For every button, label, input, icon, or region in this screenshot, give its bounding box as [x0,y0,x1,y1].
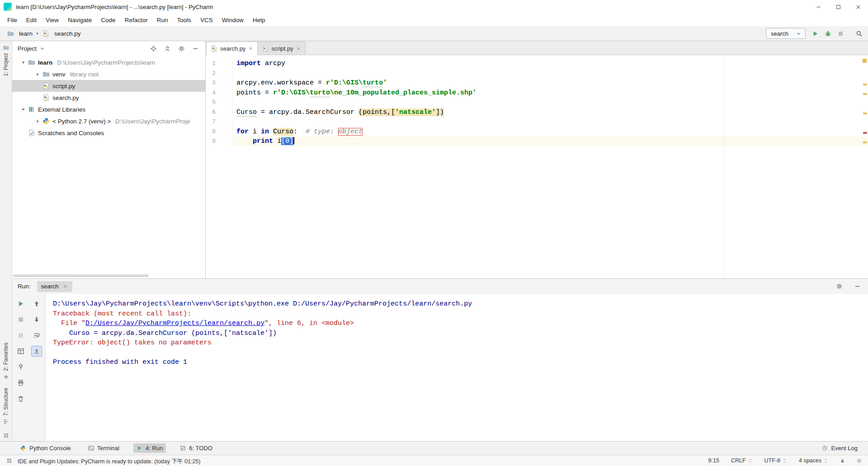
print-button[interactable] [15,377,26,388]
menu-file[interactable]: File [3,15,22,25]
tree-item-learn[interactable]: learnD:\Users\Jay\PycharmProjects\learn [12,56,205,68]
run-config-select[interactable]: search [766,28,806,39]
toolwindow-event-log[interactable]: Event Log [819,443,861,453]
menu-refactor[interactable]: Refactor [120,15,152,25]
toolwindow-terminal[interactable]: Terminal [85,443,123,453]
line-number[interactable]: 6 [206,108,216,118]
run-button[interactable] [812,30,819,37]
line-number[interactable]: 5 [206,98,216,108]
rerun-button[interactable] [15,298,26,309]
code-line[interactable] [232,98,868,108]
scroll-to-end-button[interactable] [31,346,42,357]
code-line[interactable]: for i in Curso: # type: object [232,127,868,137]
tab-search-py[interactable]: search.py [206,42,258,55]
code-line[interactable]: import arcpy [232,59,868,69]
collapse-all-button[interactable] [164,45,171,52]
line-number[interactable]: 3 [206,78,216,88]
line-number[interactable]: 7 [206,117,216,127]
tree-item-search-py[interactable]: search.py [12,92,205,104]
toolwindow-4-run[interactable]: 4: Run [133,443,166,453]
error-stripe-mark[interactable] [863,93,867,95]
locate-button[interactable] [150,45,157,52]
lock-icon[interactable] [840,458,845,463]
stop-button[interactable] [837,30,844,37]
close-tab-icon[interactable] [296,46,301,51]
error-stripe-mark[interactable] [863,141,867,143]
toolwindow-switcher-icon[interactable] [6,458,12,464]
code-line[interactable]: points = r'D:\GIS\turto\ne_10m_populated… [232,88,868,98]
breadcrumb-search-py[interactable]: search.py [41,29,83,38]
line-number[interactable]: 4 [206,88,216,98]
stacktrace-link[interactable]: D:/Users/Jay/PycharmProjects/learn/searc… [85,320,264,327]
pin-tab-button[interactable] [15,362,26,372]
code-line[interactable] [232,69,868,79]
caret-position[interactable]: 9:15 [708,457,719,464]
chevron-right-icon[interactable] [33,72,42,77]
hide-button[interactable] [192,45,199,52]
line-number[interactable]: 8 [206,127,216,137]
close-button[interactable] [848,0,868,14]
run-tab[interactable]: search [37,281,72,292]
horizontal-scrollbar[interactable] [13,274,149,277]
toolwindow-button-1-project[interactable]: 1: Project [3,45,9,76]
menu-tools[interactable]: Tools [172,15,196,25]
error-stripe-mark[interactable] [863,113,867,114]
debug-button[interactable] [825,30,831,37]
menu-run[interactable]: Run [152,15,173,25]
menu-help[interactable]: Help [248,15,270,25]
prev-trace-button[interactable] [31,298,42,309]
code-line[interactable]: arcpy.env.workspace = r'D:\GIS\turto' [232,78,868,88]
minimize-button[interactable] [808,0,828,14]
menu-navigate[interactable]: Navigate [63,15,96,25]
search-everywhere-icon[interactable] [856,30,863,37]
toolwindow-python-console[interactable]: Python Console [17,443,74,453]
tree-item-venv[interactable]: venvlibrary root [12,68,205,80]
indent-widget[interactable]: 4 spaces [799,457,828,464]
hide-button[interactable] [852,281,863,292]
tree-item-python-2-7-venv[interactable]: < Python 2.7 (venv) >D:\Users\Jay\Pychar… [12,115,205,127]
tree-item-scratches-and-consoles[interactable]: Scratches and Consoles [12,127,205,139]
close-tab-icon[interactable] [248,46,253,51]
line-number[interactable]: 1 [206,59,216,69]
restore-layout-button[interactable] [15,346,26,357]
encoding-widget[interactable]: UTF-8 [764,457,787,464]
project-panel-title[interactable]: Project [18,45,37,52]
soft-wrap-button[interactable] [31,330,42,341]
chevron-down-icon[interactable] [18,107,28,112]
toolwindow-6-todo[interactable]: 6: TODO [177,443,216,453]
tree-item-external-libraries[interactable]: External Libraries [12,104,205,115]
menu-window[interactable]: Window [217,15,248,25]
inspections-indicator[interactable] [863,59,867,63]
status-message[interactable]: IDE and Plugin Updates: PyCharm is ready… [18,457,200,465]
code-line[interactable]: print i[0] [232,137,868,146]
close-tab-icon[interactable] [62,283,68,289]
stop-button[interactable] [15,314,26,325]
toolwindow-button-2-favorites[interactable]: 2: Favorites [3,343,9,380]
line-separator-widget[interactable]: CRLF [731,457,753,464]
tab-script-py[interactable]: script.py [257,42,305,55]
settings-button[interactable] [178,45,185,52]
line-number[interactable]: 9 [206,137,216,146]
menu-view[interactable]: View [41,15,63,25]
error-stripe-mark[interactable] [863,84,867,85]
menu-vcs[interactable]: VCS [196,15,217,25]
pause-output-button[interactable] [15,330,26,341]
highlighting-level-icon[interactable] [857,458,862,463]
chevron-down-icon[interactable] [39,46,45,52]
error-stripe-mark[interactable] [863,132,867,134]
line-number[interactable]: 2 [206,69,216,79]
editor-body[interactable]: 1import arcpy23arcpy.env.workspace = r'D… [206,55,868,278]
breadcrumb-learn[interactable]: learn [5,29,34,38]
settings-button[interactable] [834,281,844,292]
toolwindows-grid-icon[interactable] [3,433,9,438]
next-trace-button[interactable] [31,314,42,325]
console-output[interactable]: D:\Users\Jay\PycharmProjects\learn\venv\… [46,294,868,441]
chevron-down-icon[interactable] [18,60,28,65]
menu-edit[interactable]: Edit [22,15,41,25]
code-line[interactable] [232,117,868,127]
menu-code[interactable]: Code [96,15,120,25]
tree-item-script-py[interactable]: script.py [12,80,205,92]
maximize-button[interactable] [828,0,848,14]
chevron-right-icon[interactable] [33,119,42,124]
code-line[interactable]: Curso = arcpy.da.SearchCursor (points,['… [232,108,868,118]
